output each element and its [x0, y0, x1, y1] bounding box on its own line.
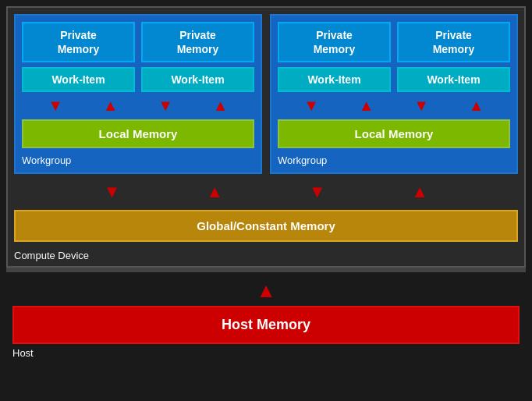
work-item-1-2: Work-Item	[141, 67, 254, 92]
workgroup-label-1: Workgroup	[22, 153, 254, 166]
diamond-arrow-8: ▲	[469, 97, 484, 115]
host-area: ▲ Host Memory Host	[6, 272, 526, 395]
diamond-arrow-global-2: ▲	[206, 182, 223, 202]
diamond-arrow-global-4: ▲	[411, 182, 428, 202]
diamond-arrow-2: ▲	[103, 97, 119, 115]
work-items-row-2: Work-Item Work-Item	[278, 67, 510, 92]
diamond-arrow-3: ▼	[158, 97, 173, 115]
work-item-2-2: Work-Item	[397, 67, 510, 92]
private-memory-1-2: PrivateMemory	[141, 22, 254, 62]
workgroup-2: PrivateMemory PrivateMemory Work-Item Wo…	[270, 14, 518, 174]
workgroup-1: PrivateMemory PrivateMemory Work-Item Wo…	[14, 14, 262, 174]
global-arrows-row: ▼ ▲ ▼ ▲	[14, 179, 518, 205]
local-memory-2: Local Memory	[278, 119, 510, 148]
host-label: Host	[12, 344, 520, 359]
arrows-to-local-2: ▼ ▲ ▼ ▲	[278, 97, 510, 115]
diamond-arrow-4: ▲	[213, 97, 229, 115]
private-memories-row-1: PrivateMemory PrivateMemory	[22, 22, 254, 62]
compute-device-container: PrivateMemory PrivateMemory Work-Item Wo…	[6, 6, 526, 268]
compute-device-label: Compute Device	[14, 247, 518, 263]
host-bidirectional-arrow: ▲	[256, 279, 276, 303]
host-memory: Host Memory	[12, 306, 520, 344]
work-items-row-1: Work-Item Work-Item	[22, 67, 254, 92]
diamond-arrow-1: ▼	[48, 97, 63, 115]
work-item-1-1: Work-Item	[22, 67, 135, 92]
private-memories-row-2: PrivateMemory PrivateMemory	[278, 22, 510, 62]
workgroups-row: PrivateMemory PrivateMemory Work-Item Wo…	[14, 14, 518, 174]
diamond-arrow-global-3: ▼	[309, 182, 326, 202]
local-memory-1: Local Memory	[22, 119, 254, 148]
arrows-to-local-1: ▼ ▲ ▼ ▲	[22, 97, 254, 115]
private-memory-2-2: PrivateMemory	[397, 22, 510, 62]
diamond-arrow-5: ▼	[303, 97, 319, 115]
diamond-arrow-global-1: ▼	[104, 182, 121, 202]
global-constant-memory: Global/Constant Memory	[14, 210, 518, 242]
diamond-arrow-6: ▲	[359, 97, 374, 115]
diamond-arrow-7: ▼	[413, 97, 429, 115]
workgroup-label-2: Workgroup	[278, 153, 510, 166]
private-memory-1-1: PrivateMemory	[22, 22, 135, 62]
work-item-2-1: Work-Item	[278, 67, 391, 92]
private-memory-2-1: PrivateMemory	[278, 22, 391, 62]
host-arrow-row: ▲	[12, 279, 520, 306]
